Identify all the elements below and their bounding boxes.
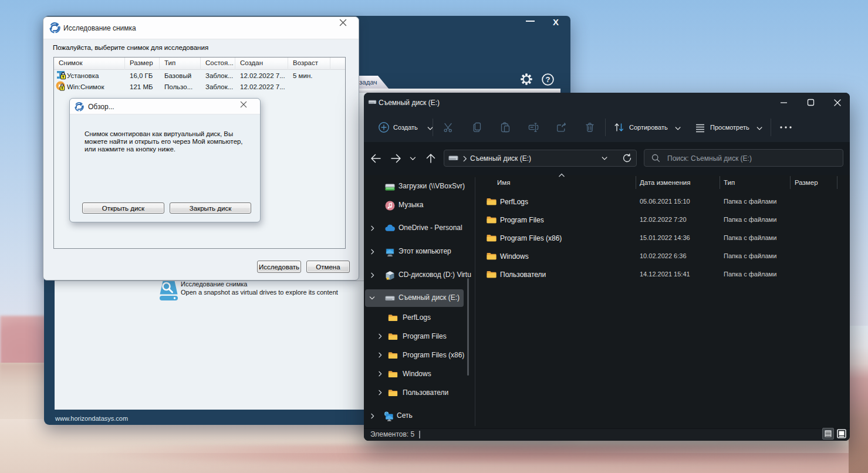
svg-text:?: ?: [546, 75, 550, 84]
